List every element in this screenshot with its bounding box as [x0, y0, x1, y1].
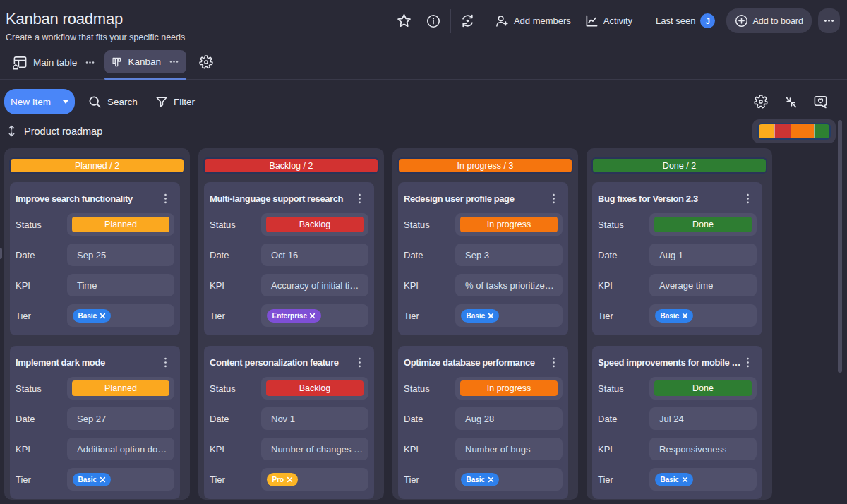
status-cell[interactable]: Planned [67, 377, 174, 400]
favorite-button[interactable] [392, 9, 416, 33]
views-settings-button[interactable] [197, 53, 215, 71]
card-menu-button[interactable] [548, 193, 559, 205]
status-cell[interactable]: In progress [455, 377, 563, 400]
tier-cell[interactable]: Pro [261, 468, 368, 491]
tier-cell[interactable]: Basic [649, 304, 757, 327]
main-table-menu-button[interactable] [85, 57, 95, 68]
date-cell[interactable]: Oct 16 [261, 244, 368, 266]
date-cell[interactable]: Sep 25 [67, 244, 174, 266]
card-menu-button[interactable] [160, 356, 171, 368]
column-header[interactable]: Backlog / 2 [203, 157, 379, 174]
kpi-cell[interactable]: Additional option do… [67, 438, 174, 460]
tab-main-table[interactable]: Main table [13, 52, 95, 73]
tier-chip[interactable]: Basic [461, 473, 499, 486]
panel-edge-handle[interactable] [0, 248, 2, 259]
status-pill[interactable]: Backlog [266, 217, 364, 232]
status-pill[interactable]: Done [654, 380, 752, 396]
date-cell[interactable]: Jul 24 [649, 407, 757, 430]
tier-chip[interactable]: Basic [655, 309, 693, 323]
group-collapse-handle[interactable] [8, 125, 16, 137]
status-cell[interactable]: Done [649, 377, 757, 400]
status-pill[interactable]: Done [654, 217, 752, 232]
date-cell[interactable]: Sep 27 [67, 407, 174, 430]
remove-tier-icon[interactable] [287, 476, 293, 483]
tier-chip[interactable]: Enterprise [267, 309, 321, 323]
kanban-card[interactable]: Optimize database performance Status In … [398, 346, 568, 499]
status-cell[interactable]: In progress [455, 213, 563, 236]
date-cell[interactable]: Aug 1 [649, 244, 757, 266]
tier-cell[interactable]: Basic [67, 304, 174, 327]
tier-cell[interactable]: Basic [455, 304, 563, 327]
kpi-cell[interactable]: Responsiveness [649, 438, 757, 460]
kanban-card[interactable]: Multi-language support research Status B… [204, 182, 374, 335]
kanban-card[interactable]: Implement dark mode Status Planned Date … [10, 346, 180, 499]
card-menu-button[interactable] [742, 193, 753, 205]
remove-tier-icon[interactable] [100, 313, 106, 319]
card-menu-button[interactable] [354, 356, 365, 368]
card-menu-button[interactable] [548, 356, 559, 368]
kanban-card[interactable]: Speed improvements for mobile a… Status … [592, 346, 762, 499]
last-seen[interactable]: Last seen J [656, 13, 715, 28]
remove-tier-icon[interactable] [488, 313, 494, 319]
status-pill[interactable]: Planned [72, 217, 169, 232]
new-item-dropdown-button[interactable] [56, 100, 75, 104]
add-members-button[interactable]: Add members [495, 14, 571, 28]
tier-cell[interactable]: Enterprise [261, 304, 368, 327]
kanban-card[interactable]: Bug fixes for Version 2.3 Status Done Da… [592, 182, 762, 335]
board-info-button[interactable] [421, 9, 445, 33]
kpi-cell[interactable]: Number of bugs [455, 438, 563, 460]
tier-cell[interactable]: Basic [67, 468, 174, 491]
tier-cell[interactable]: Basic [649, 468, 757, 491]
kpi-cell[interactable]: Average time [649, 274, 757, 296]
tier-cell[interactable]: Basic [455, 468, 563, 491]
remove-tier-icon[interactable] [682, 476, 688, 483]
status-battery[interactable] [752, 119, 836, 143]
kanban-settings-button[interactable] [752, 93, 769, 110]
remove-tier-icon[interactable] [488, 476, 494, 483]
status-pill[interactable]: In progress [460, 217, 558, 232]
integrate-button[interactable] [456, 9, 480, 33]
card-menu-button[interactable] [160, 193, 171, 205]
kanban-card[interactable]: Content personalization feature Status B… [204, 346, 374, 499]
status-cell[interactable]: Done [649, 213, 757, 236]
tier-chip[interactable]: Basic [461, 309, 499, 323]
kpi-cell[interactable]: Time [67, 274, 174, 296]
card-menu-button[interactable] [354, 193, 365, 205]
tier-chip[interactable]: Basic [73, 473, 111, 486]
tier-chip[interactable]: Pro [267, 473, 298, 486]
search-button[interactable]: Search [88, 89, 138, 114]
activity-button[interactable]: Activity [585, 14, 632, 28]
filter-button[interactable]: Filter [155, 89, 195, 114]
status-pill[interactable]: Planned [72, 380, 169, 396]
tier-chip[interactable]: Basic [73, 309, 111, 323]
column-header[interactable]: Done / 2 [591, 157, 767, 174]
remove-tier-icon[interactable] [309, 313, 316, 319]
new-item-button[interactable]: New Item [4, 89, 75, 114]
status-pill[interactable]: In progress [460, 380, 558, 396]
date-cell[interactable]: Sep 3 [455, 244, 563, 266]
avatar[interactable]: J [700, 13, 715, 28]
card-menu-button[interactable] [742, 356, 753, 368]
vertical-scrollbar-thumb[interactable] [838, 120, 843, 373]
tab-kanban[interactable]: Kanban [104, 50, 186, 73]
feedback-button[interactable] [812, 93, 829, 110]
kanban-card[interactable]: Improve search functionality Status Plan… [10, 182, 180, 335]
status-pill[interactable]: Backlog [266, 380, 364, 396]
tier-chip[interactable]: Basic [655, 473, 693, 486]
remove-tier-icon[interactable] [100, 476, 106, 483]
collapse-view-button[interactable] [782, 93, 799, 110]
board-more-button[interactable] [818, 8, 840, 33]
kanban-card[interactable]: Redesign user profile page Status In pro… [398, 182, 568, 335]
kanban-menu-button[interactable] [169, 56, 179, 67]
date-cell[interactable]: Aug 28 [455, 407, 563, 430]
kpi-cell[interactable]: % of tasks prioritize… [455, 274, 563, 296]
status-cell[interactable]: Backlog [261, 213, 368, 236]
kpi-cell[interactable]: Accuracy of initial ti… [261, 274, 368, 296]
column-header[interactable]: Planned / 2 [9, 157, 185, 174]
kpi-cell[interactable]: Number of changes … [261, 438, 368, 460]
add-to-board-button[interactable]: Add to board [726, 8, 812, 33]
status-cell[interactable]: Planned [67, 213, 174, 236]
column-header[interactable]: In progress / 3 [397, 157, 573, 174]
remove-tier-icon[interactable] [682, 313, 688, 319]
status-cell[interactable]: Backlog [261, 377, 368, 400]
